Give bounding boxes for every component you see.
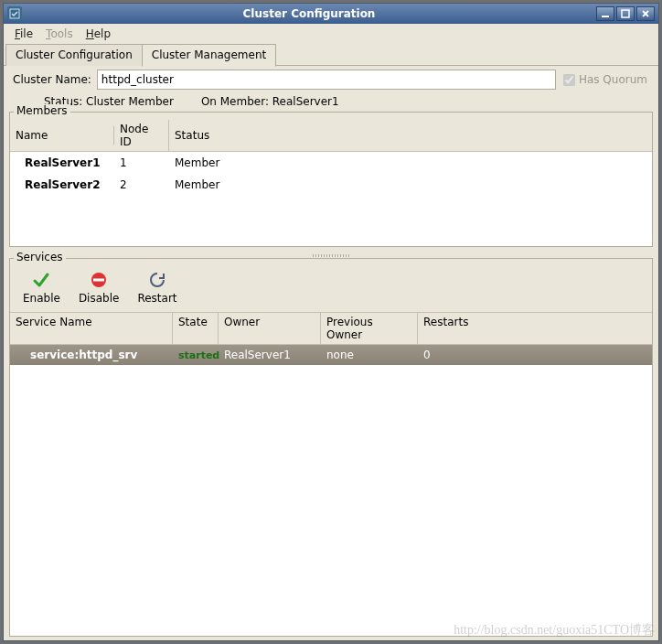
disable-button[interactable]: Disable <box>73 268 125 306</box>
menu-file[interactable]: File <box>9 26 38 42</box>
col-state[interactable]: State <box>173 313 219 344</box>
svg-rect-4 <box>93 279 104 282</box>
cluster-name-input[interactable] <box>97 70 556 90</box>
members-body: RealServer1 1 Member RealServer2 2 Membe… <box>10 152 652 246</box>
svg-rect-2 <box>622 10 629 17</box>
col-status[interactable]: Status <box>169 126 652 145</box>
services-toolbar: Enable Disable Restart <box>10 268 652 312</box>
titlebar[interactable]: Cluster Configuration <box>4 4 658 24</box>
services-body: service:httpd_srv started RealServer1 no… <box>10 345 652 636</box>
status-line: Status: Cluster Member On Member: RealSe… <box>7 93 655 112</box>
restart-button[interactable]: Restart <box>132 268 182 306</box>
services-title: Services <box>14 251 66 263</box>
col-name[interactable]: Name <box>10 126 114 145</box>
svg-rect-1 <box>602 16 609 17</box>
members-group: Members Name Node ID Status RealServer1 … <box>9 112 653 247</box>
col-owner[interactable]: Owner <box>219 313 321 344</box>
table-row[interactable]: service:httpd_srv started RealServer1 no… <box>10 345 652 365</box>
tab-cluster-management[interactable]: Cluster Management <box>142 44 276 67</box>
window-title: Cluster Configuration <box>22 7 596 20</box>
col-prev-owner[interactable]: Previous Owner <box>321 313 418 344</box>
refresh-icon <box>147 270 167 290</box>
has-quorum-checkbox: Has Quorum <box>561 73 651 86</box>
menu-help[interactable]: Help <box>80 26 116 42</box>
close-button[interactable] <box>636 6 655 21</box>
table-row[interactable]: RealServer1 1 Member <box>10 152 652 174</box>
col-node-id[interactable]: Node ID <box>114 120 169 151</box>
check-icon <box>31 270 51 290</box>
has-quorum-input <box>563 74 575 86</box>
menu-tools[interactable]: Tools <box>40 26 79 42</box>
menubar: File Tools Help <box>4 24 658 44</box>
tabs: Cluster Configuration Cluster Management <box>4 44 658 66</box>
maximize-button[interactable] <box>616 6 635 21</box>
cluster-name-label: Cluster Name: <box>11 73 91 86</box>
tab-cluster-configuration[interactable]: Cluster Configuration <box>5 44 143 66</box>
enable-button[interactable]: Enable <box>17 268 66 306</box>
services-header: Service Name State Owner Previous Owner … <box>10 312 652 345</box>
no-entry-icon <box>89 270 109 290</box>
members-header: Name Node ID Status <box>10 120 652 152</box>
table-row[interactable]: RealServer2 2 Member <box>10 174 652 196</box>
col-restarts[interactable]: Restarts <box>418 313 652 344</box>
minimize-button[interactable] <box>596 6 614 21</box>
services-group: Services Enable Disable Restart Service … <box>9 258 653 637</box>
col-service-name[interactable]: Service Name <box>10 313 173 344</box>
members-title: Members <box>14 104 70 117</box>
app-icon <box>7 6 22 21</box>
